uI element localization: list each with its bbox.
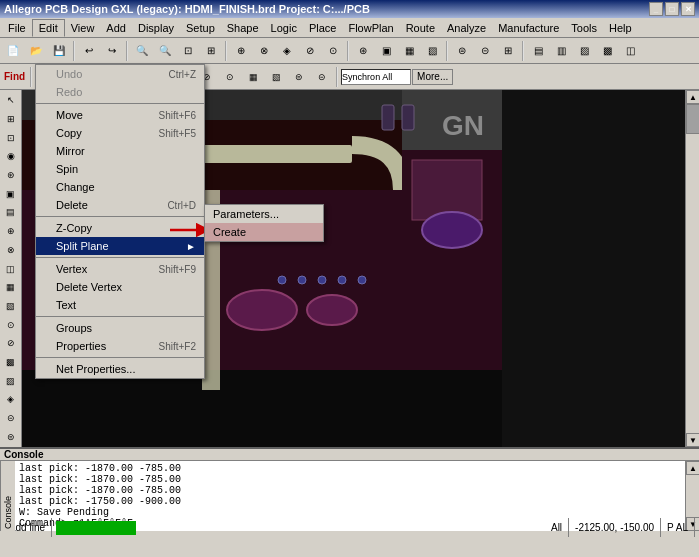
undo-button[interactable]: ↩	[78, 40, 100, 62]
lv-btn6[interactable]: ▤	[1, 204, 21, 221]
tb15[interactable]: ▨	[573, 40, 595, 62]
tb5[interactable]: ⊙	[322, 40, 344, 62]
lv-btn16[interactable]: ◈	[1, 391, 21, 408]
close-button[interactable]: ✕	[681, 2, 695, 16]
menu-route[interactable]: Route	[400, 20, 441, 36]
divider-2	[36, 216, 204, 217]
lv-btn17[interactable]: ⊝	[1, 410, 21, 427]
lv-btn5[interactable]: ▣	[1, 185, 21, 202]
tb1[interactable]: ⊕	[230, 40, 252, 62]
tb29[interactable]: ▦	[242, 66, 264, 88]
tb16[interactable]: ▩	[596, 40, 618, 62]
menu-vertex[interactable]: Vertex Shift+F9	[36, 260, 204, 278]
tb14[interactable]: ▥	[550, 40, 572, 62]
zoom-out-button[interactable]: 🔍	[154, 40, 176, 62]
menu-groups[interactable]: Groups	[36, 319, 204, 337]
lv-btn13[interactable]: ⊘	[1, 335, 21, 352]
menu-change[interactable]: Change	[36, 178, 204, 196]
menu-shape[interactable]: Shape	[221, 20, 265, 36]
lv-btn2[interactable]: ⊡	[1, 129, 21, 146]
tb8[interactable]: ▦	[398, 40, 420, 62]
tb32[interactable]: ⊝	[311, 66, 333, 88]
tb28[interactable]: ⊙	[219, 66, 241, 88]
redo-button[interactable]: ↪	[101, 40, 123, 62]
tb30[interactable]: ▧	[265, 66, 287, 88]
select-btn[interactable]: ↖	[1, 92, 21, 109]
menu-add[interactable]: Add	[100, 20, 132, 36]
lv-btn18[interactable]: ⊜	[1, 428, 21, 445]
menu-analyze[interactable]: Analyze	[441, 20, 492, 36]
move-shortcut: Shift+F6	[158, 110, 196, 121]
sep-1	[73, 41, 75, 61]
menu-move[interactable]: Move Shift+F6	[36, 106, 204, 124]
lv-btn3[interactable]: ◉	[1, 148, 21, 165]
menu-tools[interactable]: Tools	[565, 20, 603, 36]
menu-file[interactable]: File	[2, 20, 32, 36]
find-label: Find	[2, 71, 27, 82]
tb31[interactable]: ⊜	[288, 66, 310, 88]
tb12[interactable]: ⊞	[497, 40, 519, 62]
save-button[interactable]: 💾	[48, 40, 70, 62]
lv-btn12[interactable]: ⊙	[1, 316, 21, 333]
scroll-up-button[interactable]: ▲	[686, 90, 699, 104]
scroll-thumb[interactable]	[686, 104, 699, 134]
tb6[interactable]: ⊛	[352, 40, 374, 62]
tb2[interactable]: ⊗	[253, 40, 275, 62]
split-plane-submenu: Parameters... Create	[204, 204, 324, 242]
svg-rect-23	[402, 105, 414, 130]
menu-setup[interactable]: Setup	[180, 20, 221, 36]
minimize-button[interactable]: _	[649, 2, 663, 16]
menu-edit[interactable]: Edit	[32, 19, 65, 37]
menu-spin[interactable]: Spin	[36, 160, 204, 178]
lv-btn11[interactable]: ▧	[1, 298, 21, 315]
menu-text[interactable]: Text	[36, 296, 204, 314]
menu-logic[interactable]: Logic	[265, 20, 303, 36]
scroll-down-button[interactable]: ▼	[686, 433, 699, 447]
more-button[interactable]: More...	[412, 69, 453, 85]
synchron-input[interactable]	[341, 69, 411, 85]
lv-btn4[interactable]: ⊛	[1, 167, 21, 184]
vertical-scrollbar[interactable]: ▲ ▼	[685, 90, 699, 447]
menu-manufacture[interactable]: Manufacture	[492, 20, 565, 36]
zoom-in-button[interactable]: 🔍	[131, 40, 153, 62]
console-tab[interactable]: Console	[0, 449, 47, 460]
sep-7	[30, 67, 32, 87]
menu-display[interactable]: Display	[132, 20, 180, 36]
lv-btn15[interactable]: ▨	[1, 372, 21, 389]
submenu-parameters[interactable]: Parameters...	[205, 205, 323, 223]
zoom-box-button[interactable]: ⊞	[200, 40, 222, 62]
tb10[interactable]: ⊜	[451, 40, 473, 62]
tb4[interactable]: ⊘	[299, 40, 321, 62]
lv-btn10[interactable]: ▦	[1, 279, 21, 296]
zoom-fit-button[interactable]: ⊡	[177, 40, 199, 62]
menu-delete-vertex[interactable]: Delete Vertex	[36, 278, 204, 296]
tb9[interactable]: ▧	[421, 40, 443, 62]
tb3[interactable]: ◈	[276, 40, 298, 62]
open-button[interactable]: 📂	[25, 40, 47, 62]
console-scroll-up[interactable]: ▲	[686, 461, 699, 475]
lv-btn9[interactable]: ◫	[1, 260, 21, 277]
menu-net-properties[interactable]: Net Properties...	[36, 360, 204, 378]
tb17[interactable]: ◫	[619, 40, 641, 62]
menu-undo[interactable]: Undo Ctrl+Z	[36, 65, 204, 83]
lv-btn1[interactable]: ⊞	[1, 111, 21, 128]
menu-mirror[interactable]: Mirror	[36, 142, 204, 160]
menu-delete[interactable]: Delete Ctrl+D	[36, 196, 204, 214]
submenu-create[interactable]: Create	[205, 223, 323, 241]
new-button[interactable]: 📄	[2, 40, 24, 62]
menu-properties[interactable]: Properties Shift+F2	[36, 337, 204, 355]
tb7[interactable]: ▣	[375, 40, 397, 62]
lv-btn14[interactable]: ▩	[1, 354, 21, 371]
tb11[interactable]: ⊝	[474, 40, 496, 62]
menu-redo[interactable]: Redo	[36, 83, 204, 101]
tb13[interactable]: ▤	[527, 40, 549, 62]
menu-view[interactable]: View	[65, 20, 101, 36]
lv-btn8[interactable]: ⊗	[1, 242, 21, 259]
lv-btn7[interactable]: ⊕	[1, 223, 21, 240]
menu-flowplan[interactable]: FlowPlan	[342, 20, 399, 36]
menu-place[interactable]: Place	[303, 20, 343, 36]
console-label: Console	[0, 461, 15, 531]
menu-copy[interactable]: Copy Shift+F5	[36, 124, 204, 142]
menu-help[interactable]: Help	[603, 20, 638, 36]
maximize-button[interactable]: □	[665, 2, 679, 16]
